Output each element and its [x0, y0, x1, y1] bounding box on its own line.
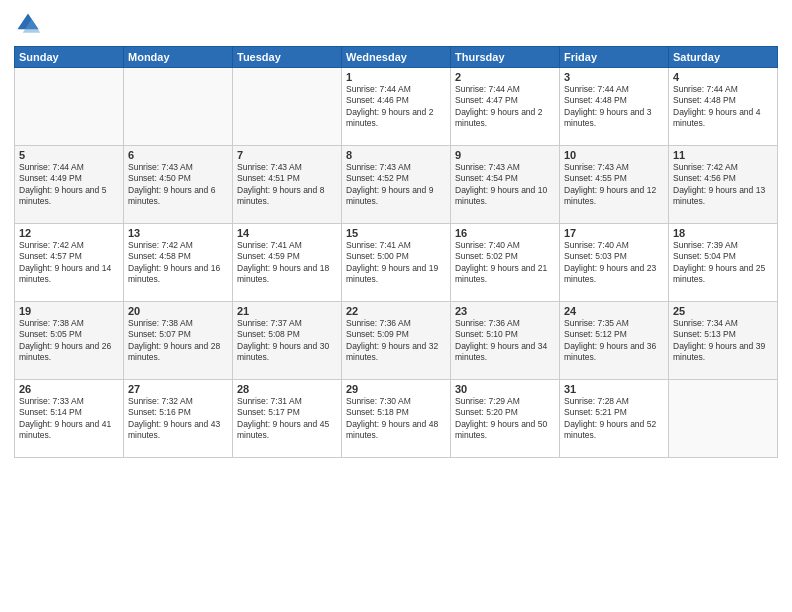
day-number: 31	[564, 383, 664, 395]
weekday-header-sunday: Sunday	[15, 47, 124, 68]
day-cell: 7Sunrise: 7:43 AM Sunset: 4:51 PM Daylig…	[233, 146, 342, 224]
day-cell: 3Sunrise: 7:44 AM Sunset: 4:48 PM Daylig…	[560, 68, 669, 146]
day-number: 28	[237, 383, 337, 395]
day-cell: 24Sunrise: 7:35 AM Sunset: 5:12 PM Dayli…	[560, 302, 669, 380]
day-number: 3	[564, 71, 664, 83]
day-number: 10	[564, 149, 664, 161]
day-cell: 27Sunrise: 7:32 AM Sunset: 5:16 PM Dayli…	[124, 380, 233, 458]
day-cell: 10Sunrise: 7:43 AM Sunset: 4:55 PM Dayli…	[560, 146, 669, 224]
day-cell: 9Sunrise: 7:43 AM Sunset: 4:54 PM Daylig…	[451, 146, 560, 224]
day-number: 11	[673, 149, 773, 161]
day-number: 24	[564, 305, 664, 317]
logo	[14, 10, 46, 38]
calendar-table: SundayMondayTuesdayWednesdayThursdayFrid…	[14, 46, 778, 458]
day-number: 27	[128, 383, 228, 395]
day-info: Sunrise: 7:38 AM Sunset: 5:07 PM Dayligh…	[128, 318, 228, 364]
day-info: Sunrise: 7:36 AM Sunset: 5:09 PM Dayligh…	[346, 318, 446, 364]
day-info: Sunrise: 7:29 AM Sunset: 5:20 PM Dayligh…	[455, 396, 555, 442]
day-info: Sunrise: 7:32 AM Sunset: 5:16 PM Dayligh…	[128, 396, 228, 442]
day-number: 25	[673, 305, 773, 317]
day-info: Sunrise: 7:38 AM Sunset: 5:05 PM Dayligh…	[19, 318, 119, 364]
day-number: 7	[237, 149, 337, 161]
day-number: 14	[237, 227, 337, 239]
day-info: Sunrise: 7:44 AM Sunset: 4:48 PM Dayligh…	[673, 84, 773, 130]
day-cell: 30Sunrise: 7:29 AM Sunset: 5:20 PM Dayli…	[451, 380, 560, 458]
day-cell: 26Sunrise: 7:33 AM Sunset: 5:14 PM Dayli…	[15, 380, 124, 458]
day-cell: 19Sunrise: 7:38 AM Sunset: 5:05 PM Dayli…	[15, 302, 124, 380]
day-info: Sunrise: 7:43 AM Sunset: 4:55 PM Dayligh…	[564, 162, 664, 208]
page: SundayMondayTuesdayWednesdayThursdayFrid…	[0, 0, 792, 612]
weekday-header-friday: Friday	[560, 47, 669, 68]
day-info: Sunrise: 7:35 AM Sunset: 5:12 PM Dayligh…	[564, 318, 664, 364]
day-info: Sunrise: 7:39 AM Sunset: 5:04 PM Dayligh…	[673, 240, 773, 286]
day-cell: 21Sunrise: 7:37 AM Sunset: 5:08 PM Dayli…	[233, 302, 342, 380]
header	[14, 10, 778, 38]
week-row-1: 1Sunrise: 7:44 AM Sunset: 4:46 PM Daylig…	[15, 68, 778, 146]
day-info: Sunrise: 7:40 AM Sunset: 5:03 PM Dayligh…	[564, 240, 664, 286]
day-number: 19	[19, 305, 119, 317]
day-info: Sunrise: 7:43 AM Sunset: 4:54 PM Dayligh…	[455, 162, 555, 208]
day-info: Sunrise: 7:28 AM Sunset: 5:21 PM Dayligh…	[564, 396, 664, 442]
day-number: 18	[673, 227, 773, 239]
day-number: 26	[19, 383, 119, 395]
day-info: Sunrise: 7:44 AM Sunset: 4:48 PM Dayligh…	[564, 84, 664, 130]
day-number: 13	[128, 227, 228, 239]
day-number: 17	[564, 227, 664, 239]
day-cell: 15Sunrise: 7:41 AM Sunset: 5:00 PM Dayli…	[342, 224, 451, 302]
day-cell: 2Sunrise: 7:44 AM Sunset: 4:47 PM Daylig…	[451, 68, 560, 146]
day-info: Sunrise: 7:43 AM Sunset: 4:51 PM Dayligh…	[237, 162, 337, 208]
day-info: Sunrise: 7:41 AM Sunset: 5:00 PM Dayligh…	[346, 240, 446, 286]
day-cell: 29Sunrise: 7:30 AM Sunset: 5:18 PM Dayli…	[342, 380, 451, 458]
day-cell: 4Sunrise: 7:44 AM Sunset: 4:48 PM Daylig…	[669, 68, 778, 146]
week-row-3: 12Sunrise: 7:42 AM Sunset: 4:57 PM Dayli…	[15, 224, 778, 302]
day-number: 15	[346, 227, 446, 239]
weekday-header-row: SundayMondayTuesdayWednesdayThursdayFrid…	[15, 47, 778, 68]
day-cell: 20Sunrise: 7:38 AM Sunset: 5:07 PM Dayli…	[124, 302, 233, 380]
day-cell: 5Sunrise: 7:44 AM Sunset: 4:49 PM Daylig…	[15, 146, 124, 224]
weekday-header-tuesday: Tuesday	[233, 47, 342, 68]
weekday-header-thursday: Thursday	[451, 47, 560, 68]
week-row-5: 26Sunrise: 7:33 AM Sunset: 5:14 PM Dayli…	[15, 380, 778, 458]
day-info: Sunrise: 7:43 AM Sunset: 4:50 PM Dayligh…	[128, 162, 228, 208]
weekday-header-wednesday: Wednesday	[342, 47, 451, 68]
day-number: 12	[19, 227, 119, 239]
day-info: Sunrise: 7:42 AM Sunset: 4:57 PM Dayligh…	[19, 240, 119, 286]
day-number: 9	[455, 149, 555, 161]
day-cell: 1Sunrise: 7:44 AM Sunset: 4:46 PM Daylig…	[342, 68, 451, 146]
day-cell: 16Sunrise: 7:40 AM Sunset: 5:02 PM Dayli…	[451, 224, 560, 302]
day-info: Sunrise: 7:42 AM Sunset: 4:58 PM Dayligh…	[128, 240, 228, 286]
day-number: 16	[455, 227, 555, 239]
day-cell: 22Sunrise: 7:36 AM Sunset: 5:09 PM Dayli…	[342, 302, 451, 380]
day-number: 5	[19, 149, 119, 161]
day-cell: 25Sunrise: 7:34 AM Sunset: 5:13 PM Dayli…	[669, 302, 778, 380]
day-number: 6	[128, 149, 228, 161]
day-info: Sunrise: 7:36 AM Sunset: 5:10 PM Dayligh…	[455, 318, 555, 364]
day-info: Sunrise: 7:33 AM Sunset: 5:14 PM Dayligh…	[19, 396, 119, 442]
day-info: Sunrise: 7:44 AM Sunset: 4:49 PM Dayligh…	[19, 162, 119, 208]
weekday-header-saturday: Saturday	[669, 47, 778, 68]
day-info: Sunrise: 7:44 AM Sunset: 4:47 PM Dayligh…	[455, 84, 555, 130]
day-info: Sunrise: 7:40 AM Sunset: 5:02 PM Dayligh…	[455, 240, 555, 286]
day-cell	[669, 380, 778, 458]
day-cell: 23Sunrise: 7:36 AM Sunset: 5:10 PM Dayli…	[451, 302, 560, 380]
day-cell: 11Sunrise: 7:42 AM Sunset: 4:56 PM Dayli…	[669, 146, 778, 224]
day-info: Sunrise: 7:31 AM Sunset: 5:17 PM Dayligh…	[237, 396, 337, 442]
day-cell	[124, 68, 233, 146]
day-info: Sunrise: 7:37 AM Sunset: 5:08 PM Dayligh…	[237, 318, 337, 364]
day-number: 29	[346, 383, 446, 395]
day-cell: 8Sunrise: 7:43 AM Sunset: 4:52 PM Daylig…	[342, 146, 451, 224]
day-cell: 13Sunrise: 7:42 AM Sunset: 4:58 PM Dayli…	[124, 224, 233, 302]
day-number: 8	[346, 149, 446, 161]
day-info: Sunrise: 7:34 AM Sunset: 5:13 PM Dayligh…	[673, 318, 773, 364]
day-info: Sunrise: 7:43 AM Sunset: 4:52 PM Dayligh…	[346, 162, 446, 208]
day-number: 22	[346, 305, 446, 317]
week-row-2: 5Sunrise: 7:44 AM Sunset: 4:49 PM Daylig…	[15, 146, 778, 224]
day-cell: 14Sunrise: 7:41 AM Sunset: 4:59 PM Dayli…	[233, 224, 342, 302]
day-number: 2	[455, 71, 555, 83]
day-cell: 17Sunrise: 7:40 AM Sunset: 5:03 PM Dayli…	[560, 224, 669, 302]
day-info: Sunrise: 7:42 AM Sunset: 4:56 PM Dayligh…	[673, 162, 773, 208]
day-number: 23	[455, 305, 555, 317]
day-cell: 18Sunrise: 7:39 AM Sunset: 5:04 PM Dayli…	[669, 224, 778, 302]
day-number: 1	[346, 71, 446, 83]
day-cell	[233, 68, 342, 146]
